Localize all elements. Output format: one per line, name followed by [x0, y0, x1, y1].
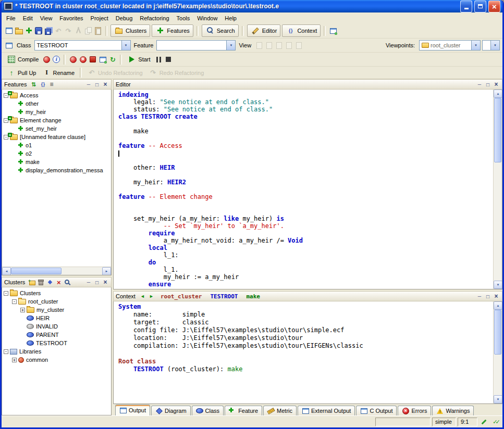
chevron-down-icon[interactable] [226, 41, 235, 50]
collapse-icon[interactable]: - [4, 349, 8, 354]
tree-item-element-change[interactable]: -Element change [2, 116, 111, 124]
tree-item-root-cluster[interactable]: -root_cluster [2, 297, 111, 306]
title-bar[interactable]: * TESTROOT in cluster root_cluster locat… [2, 0, 502, 12]
clusters-toggle-button[interactable]: Clusters [110, 24, 150, 37]
tab-class[interactable]: Class [192, 406, 224, 415]
close-button[interactable] [488, 1, 500, 12]
delete-item-icon[interactable] [37, 279, 45, 286]
tree-item-display-demonstration-messa[interactable]: display_demonstration_messa [2, 166, 111, 174]
new-window-icon[interactable] [4, 26, 14, 35]
open-icon[interactable] [14, 26, 23, 35]
tab-diagram[interactable]: Diagram [151, 406, 191, 415]
menu-refactoring[interactable]: Refactoring [136, 14, 173, 23]
feature-list-icon[interactable] [47, 81, 55, 88]
editor-vscrollbar[interactable] [493, 90, 502, 289]
menu-window[interactable]: Window [193, 14, 221, 23]
tree-item-my-heir[interactable]: my_heir [2, 108, 111, 116]
search-toggle-button[interactable]: Search [202, 24, 239, 37]
scroll-up-icon[interactable] [494, 90, 502, 98]
collapse-icon[interactable]: - [12, 299, 17, 304]
new-item-icon[interactable] [24, 26, 33, 35]
collapse-icon[interactable]: - [4, 291, 8, 296]
tab-metric[interactable]: Metric [263, 406, 297, 415]
scroll-left-icon[interactable] [2, 267, 11, 275]
rename-button[interactable]: Rename [39, 67, 77, 79]
context-crumb-root-cluster[interactable]: root_cluster [161, 293, 202, 300]
save-icon[interactable] [34, 26, 43, 35]
tree-item-clusters[interactable]: -Clusters [2, 289, 111, 297]
minimize-panel-icon[interactable] [476, 293, 483, 300]
scroll-up-icon[interactable] [494, 301, 502, 310]
sort-features-icon[interactable] [30, 81, 38, 88]
menu-tools[interactable]: Tools [173, 14, 194, 23]
tree-item-access[interactable]: -Access [2, 91, 111, 99]
scroll-down-icon[interactable] [494, 395, 502, 403]
minimize-button[interactable] [460, 1, 472, 12]
tree-item-unnamed-feature-clause[interactable]: -[Unnamed feature clause] [2, 133, 111, 141]
add-cluster-icon[interactable] [28, 279, 36, 286]
external-commands-icon[interactable] [328, 26, 338, 35]
vscroll-track[interactable] [494, 98, 502, 281]
feature-signature-icon[interactable] [39, 81, 46, 88]
tab-external-output[interactable]: External Output [298, 406, 355, 415]
menu-debug[interactable]: Debug [112, 14, 136, 23]
menu-edit[interactable]: Edit [19, 14, 36, 23]
history-back-icon[interactable] [139, 293, 146, 300]
close-panel-icon[interactable] [102, 81, 109, 88]
compile-info-icon[interactable] [52, 55, 61, 64]
features-hscrollbar[interactable] [2, 267, 111, 275]
pause-icon[interactable] [154, 55, 163, 64]
class-tool-icon[interactable] [4, 41, 14, 50]
history-forward-icon[interactable] [147, 293, 155, 300]
pull-up-button[interactable]: Pull Up [4, 67, 39, 79]
maximize-button[interactable] [474, 1, 486, 12]
tab-c-output[interactable]: C Output [356, 406, 397, 415]
melt-icon[interactable] [42, 55, 51, 64]
maximize-panel-icon[interactable] [93, 81, 101, 88]
editor-toggle-button[interactable]: Editor [247, 24, 281, 37]
minimize-panel-icon[interactable] [85, 81, 92, 88]
tab-errors[interactable]: Errors [398, 406, 431, 415]
context-toggle-button[interactable]: Context [282, 24, 321, 37]
diamond-icon[interactable] [46, 279, 54, 286]
remove-icon[interactable] [55, 279, 63, 286]
tree-item-my-cluster[interactable]: +my_cluster [2, 306, 111, 314]
tree-item-make[interactable]: make [2, 158, 111, 166]
finalize-icon[interactable] [78, 55, 88, 64]
close-panel-icon[interactable] [493, 81, 500, 88]
tree-item-o1[interactable]: o1 [2, 141, 111, 149]
tree-item-other[interactable]: other [2, 99, 111, 108]
hscroll-track[interactable] [11, 267, 102, 275]
vscroll-track[interactable] [494, 310, 502, 395]
tree-item-heir[interactable]: HEIR [2, 314, 111, 322]
discover-icon[interactable] [88, 55, 97, 64]
context-crumb-make[interactable]: make [246, 293, 260, 300]
context-output[interactable]: System name: simple target: classic conf… [114, 301, 493, 403]
editor-code[interactable]: indexing legal: "See notice at end of cl… [114, 90, 493, 289]
stop-icon[interactable] [164, 55, 173, 64]
close-panel-icon[interactable] [493, 293, 500, 300]
expand-icon[interactable]: + [20, 308, 25, 312]
close-panel-icon[interactable] [102, 279, 109, 286]
menu-help[interactable]: Help [221, 14, 240, 23]
tree-item-o2[interactable]: o2 [2, 149, 111, 158]
vscroll-thumb[interactable] [494, 98, 501, 162]
tree-item-invalid[interactable]: INVALID [2, 322, 111, 331]
scroll-right-icon[interactable] [102, 267, 111, 275]
save-all-icon[interactable] [44, 26, 53, 35]
start-button[interactable]: Start [125, 54, 153, 65]
tab-feature[interactable]: Feature [225, 406, 262, 415]
maximize-panel-icon[interactable] [484, 293, 491, 300]
menu-view[interactable]: View [36, 14, 56, 23]
maximize-panel-icon[interactable] [484, 81, 491, 88]
viewpoints-combo[interactable]: root_cluster [419, 40, 481, 51]
tree-item-set-my-heir[interactable]: set_my_heir [2, 124, 111, 133]
expand-icon[interactable]: + [12, 358, 17, 362]
tab-output[interactable]: Output [115, 405, 150, 415]
menu-file[interactable]: File [3, 14, 19, 23]
context-vscrollbar[interactable] [493, 301, 502, 403]
double-check-icon[interactable] [490, 418, 500, 426]
feature-combo[interactable] [156, 40, 236, 51]
chevron-down-icon[interactable] [471, 41, 480, 50]
compile-button[interactable]: Compile [4, 54, 41, 65]
